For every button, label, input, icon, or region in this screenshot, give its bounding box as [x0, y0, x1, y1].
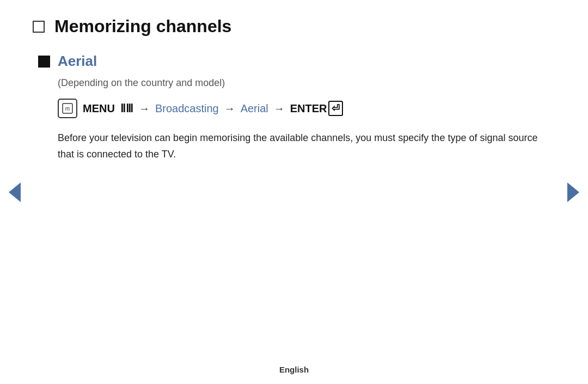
menu-label: MENU	[83, 102, 115, 115]
arrow-3: →	[274, 102, 285, 115]
section-header: Aerial	[38, 53, 544, 70]
page-title: Memorizing channels	[54, 16, 231, 36]
nav-left-button[interactable]	[9, 182, 21, 202]
menu-path: m MENU ⅡⅢ → Broadcasting → Aerial → ENTE…	[58, 99, 544, 118]
arrow-1: →	[139, 102, 150, 115]
section-bullet-icon	[38, 56, 50, 68]
section-title: Aerial	[58, 53, 97, 70]
arrow-2: →	[224, 102, 235, 115]
page-container: Memorizing channels Aerial (Depending on…	[0, 0, 588, 384]
enter-text: ENTER	[290, 102, 327, 115]
title-checkbox-icon	[33, 21, 45, 33]
menu-suffix: ⅡⅢ	[120, 102, 133, 115]
page-title-section: Memorizing channels	[33, 16, 544, 36]
nav-right-button[interactable]	[567, 182, 579, 202]
broadcasting-link[interactable]: Broadcasting	[155, 102, 219, 115]
section-subtitle: (Depending on the country and model)	[58, 77, 544, 89]
left-arrow-icon	[9, 182, 21, 202]
enter-icon: ⏎	[328, 101, 343, 116]
right-arrow-icon	[567, 182, 579, 202]
svg-text:m: m	[65, 106, 70, 112]
section-description: Before your television can begin memoris…	[58, 130, 544, 162]
section-aerial: Aerial (Depending on the country and mod…	[38, 53, 544, 162]
aerial-link[interactable]: Aerial	[241, 102, 268, 115]
menu-icon: m	[58, 99, 77, 118]
footer-language: English	[279, 365, 309, 374]
enter-label: ENTER⏎	[290, 101, 343, 116]
